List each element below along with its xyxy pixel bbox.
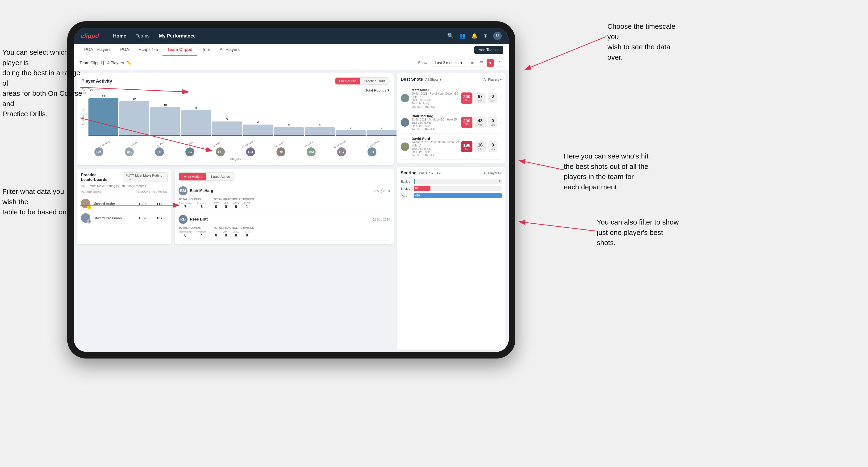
shot-player-3-meta: 24 Aug 2023 · Royal North Devon GC · Hol… [412, 141, 461, 147]
top-nav: clippd Home Teams My Performance 🔍 👥 🔔 ⊕… [74, 28, 509, 44]
avatar-9: EC [337, 148, 346, 156]
bs-header: Best Shots All Shots ▾ All Players ▾ [401, 77, 502, 82]
table-view-btn[interactable]: ☰ [478, 59, 485, 67]
search-icon[interactable]: 🔍 [447, 33, 454, 39]
x-axis-label: Players [81, 157, 390, 161]
scoring-dropdown[interactable]: Par 3, 4 & 5s ▾ [419, 171, 441, 175]
birdies-bar: 96 [414, 186, 431, 191]
bar-col-9: 2 [367, 126, 397, 136]
tab-pgat-players[interactable]: PGAT Players [80, 44, 115, 56]
app-stat: APP 0 [223, 202, 228, 209]
active-player-1: BM Blair McHarg 26 Aug 2023 Total Rounds [179, 184, 390, 212]
least-active-btn[interactable]: Least Active [206, 173, 235, 181]
eagles-value: 3 [499, 180, 500, 183]
active-player-2-header: RB Rees Britt 02 Sep 2023 [179, 215, 390, 224]
scoring-row-birdies: Birdies 96 [401, 186, 502, 191]
scoring-row-pars: Pars 499 [401, 193, 502, 198]
active-avatar-1: BM [179, 186, 187, 195]
on-course-toggle[interactable]: On Course [335, 77, 360, 85]
all-shots-filter[interactable]: All Shots [425, 77, 438, 81]
shot-avatar-3 [401, 143, 409, 151]
bar-col-4: 5 [212, 118, 242, 136]
tournament-sublabel: Tournament [179, 202, 192, 205]
scoring-all-players[interactable]: All Players ▾ [484, 171, 502, 175]
best-shots-panel: Best Shots All Shots ▾ All Players ▾ [397, 73, 505, 163]
rounds-stat-group: Total Rounds Tournament 7 Practice [179, 198, 206, 209]
scoring-bars: Eagles 3 Birdies [401, 179, 502, 198]
shot-2-details: Shot Dist: 43 yds Start Lie: Rough End L… [412, 121, 461, 131]
shot-3-details: Shot Dist: 16 yds Start Lie: Rough End L… [412, 147, 461, 157]
bar-chart-container: Total Rounds 15 10 5 0 1312109543322 [81, 94, 390, 146]
tab-all-players[interactable]: All Players [215, 44, 244, 56]
shot-dist-box-1: 67 yds [474, 93, 486, 103]
chart-dropdown[interactable]: Total Rounds ▾ [365, 88, 390, 92]
lb-header: PLAYER NAME PB SCORE PB AVG SQ [81, 190, 168, 195]
lb-player-2-info: 2 Edward Crossman [81, 213, 135, 223]
heart-view-btn[interactable]: ♥ [487, 59, 494, 67]
annotation-filter-player: You can also filter to showjust one play… [597, 217, 682, 248]
shot-1-start: Start Lie: Rough [412, 102, 461, 105]
people-icon[interactable]: 👥 [459, 33, 466, 39]
putt-stat-2: PUTT 0 [244, 230, 250, 238]
shot-card-2[interactable]: Blair McHarg 23 Jul 2023 · Ashridge GC ·… [401, 111, 502, 134]
scoring-row-eagles: Eagles 3 [401, 179, 502, 184]
chevron-down-icon: ▾ [500, 77, 502, 81]
shot-3-details-right: 198 SG 16 yds 0 yds › [461, 141, 502, 152]
birdies-value: 96 [415, 187, 418, 190]
bell-icon[interactable]: 🔔 [471, 33, 478, 39]
filter-view-btn[interactable]: ⋮ [496, 59, 503, 67]
active-stats-1: Total Rounds Tournament 7 Practice [179, 198, 390, 209]
shot-card-1[interactable]: Matt Miller 09 Jun 2023 · Royal North De… [401, 85, 502, 111]
lb-avg-1: 110 [151, 201, 168, 206]
lb-player-2-name: Edward Crossman [93, 216, 122, 220]
shot-card-3[interactable]: David Ford 24 Aug 2023 · Royal North Dev… [401, 134, 502, 160]
lb-avg-2: 107 [151, 216, 168, 220]
avatar-2: AB [125, 148, 134, 156]
active-date-2: 02 Sep 2023 [372, 218, 390, 221]
plus-circle-icon[interactable]: ⊕ [483, 33, 488, 39]
practice-leaderboards-panel: Practice Leaderboards PUTT Must Make Put… [77, 168, 172, 244]
nav-link-home[interactable]: Home [113, 33, 126, 39]
tab-hcaps[interactable]: Hcaps 1-5 [134, 44, 162, 56]
app-label-2: APP [223, 230, 228, 233]
tournament-stat: Tournament 7 [179, 202, 192, 209]
chevron-down-icon: ▾ [460, 61, 462, 65]
practice-drills-toggle[interactable]: Practice Drills [360, 77, 389, 85]
practice-activities-label-2: Total Practice Activities [214, 226, 254, 229]
pars-value: 499 [415, 194, 420, 197]
active-date-1: 26 Aug 2023 [373, 189, 390, 193]
chart-label-row: On Course Total Rounds ▾ [81, 88, 390, 92]
active-player-2-name: Rees Britt [190, 217, 208, 221]
lb-rank-badge-1: 1 [87, 205, 91, 209]
player-avatars: BM AB DF JC EE GB RB MM EC LR [81, 146, 390, 156]
eagles-bar [414, 179, 415, 184]
practice-dropdown[interactable]: PUTT Must Make Putting ... ▾ [123, 173, 168, 182]
scoring-title: Scoring [401, 170, 416, 176]
annotation-best-shots: Here you can see who's hitthe best shots… [564, 151, 648, 192]
app-value: 0 [223, 205, 228, 209]
time-filter-dropdown[interactable]: Last 3 months ▾ [432, 59, 466, 67]
bar-col-7: 3 [305, 124, 335, 136]
putt-stat: PUTT 1 [244, 202, 250, 209]
bar-col-3: 9 [181, 106, 211, 136]
tab-tour[interactable]: Tour [197, 44, 215, 56]
tab-team-clippd[interactable]: Team Clippd [162, 44, 197, 56]
most-active-panel: Most Active Least Active BM Blair McHarg… [175, 168, 394, 244]
nav-link-myperformance[interactable]: My Performance [159, 33, 196, 39]
eagles-bar-wrap: 3 [414, 179, 502, 184]
all-players-filter[interactable]: All Players ▾ [484, 77, 502, 81]
lb-row-1: 1 Richard Butler 19/20 110 [81, 196, 168, 211]
nav-link-teams[interactable]: Teams [135, 33, 150, 39]
shot-zero-box-3: 0 yds [488, 141, 497, 152]
shot-2-details-right: 200 SG 43 yds 0 yds › [461, 117, 502, 128]
most-active-btn[interactable]: Most Active [179, 173, 206, 181]
add-team-button[interactable]: Add Team + [474, 46, 503, 54]
lb-col-avg: PB AVG SQ [151, 190, 168, 193]
shot-player-2-info: Blair McHarg 23 Jul 2023 · Ashridge GC ·… [412, 114, 461, 131]
edit-icon[interactable]: ✏️ [126, 60, 132, 66]
grid-view-btn[interactable]: ⊞ [469, 59, 476, 67]
tab-pga[interactable]: PGA [115, 44, 134, 56]
user-avatar[interactable]: U [493, 32, 502, 40]
avatar-1: BM [94, 148, 103, 156]
chevron-down-icon: ▾ [500, 171, 502, 175]
